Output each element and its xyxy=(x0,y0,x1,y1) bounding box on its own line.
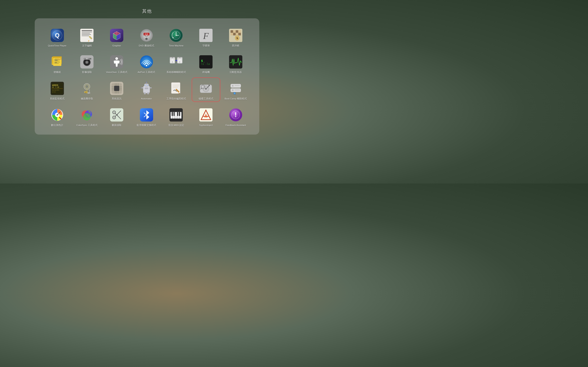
svg-rect-99 xyxy=(52,88,63,89)
app-item-sysinfo[interactable]: 系統資訊 xyxy=(102,77,131,102)
app-label-midisettings: 音訊 MIDI 設定 xyxy=(168,124,184,127)
svg-point-154 xyxy=(206,88,207,89)
app-item-migration[interactable]: 系統移轉輔助程式 xyxy=(162,51,190,75)
app-item-chess[interactable]: ♞ 西洋棋 xyxy=(221,25,250,49)
chess-icon: ♞ xyxy=(228,28,243,43)
app-item-scriptedit[interactable]: 工序指令編寫程式 xyxy=(162,77,190,102)
app-item-quicktime[interactable]: Q QuickTime Player xyxy=(43,25,71,49)
app-item-stickies[interactable]: Lou 555-7361 Eqds Milk 便條紙 xyxy=(43,51,71,75)
bootcamp-icon xyxy=(228,81,243,96)
svg-text:555-7361: 555-7361 xyxy=(57,58,62,59)
svg-rect-201 xyxy=(173,112,174,116)
svg-rect-107 xyxy=(85,92,86,93)
svg-text:!: ! xyxy=(234,111,237,118)
app-label-bluetooth: 藍牙檔案交換程式 xyxy=(137,124,156,127)
svg-point-102 xyxy=(84,83,90,90)
svg-point-82 xyxy=(172,60,172,61)
svg-rect-73 xyxy=(89,58,91,59)
app-item-colorsync[interactable]: ColorSync 工具程式 xyxy=(73,104,101,128)
colorimeter-icon xyxy=(50,108,65,122)
app-item-feedback[interactable]: ! Feedback Assistant xyxy=(221,104,250,128)
svg-rect-108 xyxy=(86,92,86,93)
app-item-timemachine[interactable]: Time Machine xyxy=(162,25,190,49)
page-title: 其他 xyxy=(142,8,152,14)
svg-text:AY 7:36: AY 7:36 xyxy=(52,86,59,88)
svg-point-134 xyxy=(147,85,148,86)
svg-rect-136 xyxy=(145,89,148,89)
svg-rect-46 xyxy=(236,30,238,33)
app-label-grapher: Grapher xyxy=(112,44,121,47)
svg-point-83 xyxy=(173,60,173,61)
svg-text:♞: ♞ xyxy=(236,36,239,40)
app-label-timemachine: Time Machine xyxy=(169,44,183,47)
app-item-keychain[interactable]: 鑰匙圈存取 xyxy=(73,77,101,102)
quicktime-icon: Q xyxy=(50,28,65,43)
svg-point-162 xyxy=(232,85,233,86)
migration-icon xyxy=(169,54,183,69)
textedit-icon xyxy=(80,28,94,43)
svg-point-70 xyxy=(86,61,88,63)
app-item-screencapture[interactable]: 畫面擷取 xyxy=(102,104,131,128)
stickies-icon: Lou 555-7361 Eqds Milk xyxy=(50,54,65,69)
svg-rect-45 xyxy=(233,30,236,33)
svg-point-176 xyxy=(57,114,58,115)
svg-rect-135 xyxy=(145,87,148,88)
svg-rect-48 xyxy=(231,33,233,35)
svg-text:DVD: DVD xyxy=(145,33,148,35)
app-item-automator[interactable]: Automator xyxy=(132,77,161,102)
svg-text:kernel[0]:: kernel[0]: xyxy=(52,89,60,91)
app-label-sysinfo: 系統資訊 xyxy=(112,97,121,100)
svg-rect-8 xyxy=(82,35,89,36)
svg-point-167 xyxy=(232,90,233,91)
app-label-imagecapture: 影像擷取 xyxy=(82,71,92,74)
svg-point-133 xyxy=(145,85,146,86)
svg-rect-4 xyxy=(82,30,92,31)
svg-text:↵: ↵ xyxy=(146,38,147,40)
bluetooth-icon xyxy=(139,108,154,122)
app-item-activity[interactable]: 活動監視器 xyxy=(221,51,250,75)
imagecapture-icon xyxy=(80,54,94,69)
timemachine-icon xyxy=(169,28,183,43)
svg-rect-7 xyxy=(82,34,91,35)
app-item-midisettings[interactable]: 音訊 MIDI 設定 xyxy=(162,104,190,128)
app-item-imagecapture[interactable]: 影像擷取 xyxy=(73,51,101,75)
app-item-grapher[interactable]: Grapher xyxy=(102,25,131,49)
app-label-terminal: 終端機 xyxy=(202,71,210,74)
svg-point-88 xyxy=(179,60,180,61)
svg-point-89 xyxy=(180,60,181,61)
app-label-activity: 活動監視器 xyxy=(229,71,242,74)
app-item-voiceover[interactable]: VoiceOver 工具程式 xyxy=(102,51,131,75)
app-item-syphon[interactable]: SyphonInject xyxy=(192,104,220,128)
app-item-console[interactable]: WARNIN AY 7:36 kernel[0]: error 系統監視程式 xyxy=(43,77,71,102)
svg-text:Q: Q xyxy=(55,32,60,39)
svg-text:Eqds: Eqds xyxy=(54,59,57,61)
app-item-bootcamp[interactable]: Boot Camp 輔助程式 xyxy=(221,77,250,102)
svg-text:F: F xyxy=(203,31,209,41)
app-label-syphon: SyphonInject xyxy=(199,124,213,127)
app-item-font[interactable]: F 字體簿 xyxy=(192,25,220,49)
app-item-airport[interactable]: AirPort 工具程式 xyxy=(132,51,161,75)
app-label-quicktime: QuickTime Player xyxy=(48,44,66,47)
app-label-keychain: 鑰匙圈存取 xyxy=(81,97,93,100)
app-label-automator: Automator xyxy=(141,97,152,100)
svg-point-80 xyxy=(172,57,173,58)
app-item-textedit[interactable]: 文字編輯 xyxy=(73,25,101,49)
app-label-screencapture: 畫面擷取 xyxy=(112,124,121,127)
app-item-dvd[interactable]: DVD VIDEO ↵ DVD 播放程式 xyxy=(132,25,161,49)
svg-text:_: _ xyxy=(203,59,205,62)
app-label-colorimeter: 數位測色計 xyxy=(51,124,63,127)
app-grid: Q QuickTime Player 文字編輯 xyxy=(43,25,251,128)
app-item-colorimeter[interactable]: 數位測色計 xyxy=(43,104,71,128)
app-item-bluetooth[interactable]: 藍牙檔案交換程式 xyxy=(132,104,161,128)
grapher-icon xyxy=(109,28,124,43)
svg-text:$: $ xyxy=(201,59,203,62)
app-item-diskutil[interactable]: 磁碟工具程式 xyxy=(192,77,220,102)
app-label-font: 字體簿 xyxy=(202,44,210,47)
svg-point-77 xyxy=(146,65,147,66)
svg-text:WARNIN: WARNIN xyxy=(52,84,58,86)
font-icon: F xyxy=(199,28,213,43)
svg-rect-50 xyxy=(236,33,238,35)
app-item-terminal[interactable]: $ _ ls -la 終端機 xyxy=(192,51,220,75)
svg-point-189 xyxy=(117,114,118,115)
svg-rect-200 xyxy=(172,112,173,116)
